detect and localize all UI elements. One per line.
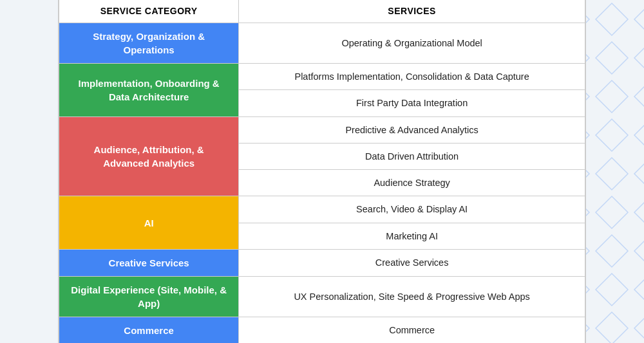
header-category: SERVICE CATEGORY: [59, 0, 239, 23]
service-cell: Platforms Implementation, Consolidation …: [239, 63, 585, 89]
category-cell: Implementation, Onboarding & Data Archit…: [59, 63, 239, 116]
services-table: SERVICE CATEGORY SERVICES Strategy, Orga…: [58, 0, 586, 343]
category-cell: Commerce: [59, 317, 239, 343]
service-cell: Predictive & Advanced Analytics: [239, 116, 585, 143]
category-cell: AI: [59, 196, 239, 250]
table-row: CommerceCommerce: [59, 317, 585, 343]
table-row: Digital Experience (Site, Mobile, & App)…: [59, 277, 585, 317]
table-row: Strategy, Organization & OperationsOpera…: [59, 23, 585, 63]
table-row: Audience, Attribution, & Advanced Analyt…: [59, 116, 585, 143]
service-cell: Data Driven Attribution: [239, 143, 585, 169]
service-cell: Audience Strategy: [239, 170, 585, 196]
service-cell: Creative Services: [239, 250, 585, 277]
service-cell: Search, Video & Display AI: [239, 196, 585, 223]
service-cell: First Party Data Integration: [239, 90, 585, 116]
category-cell: Audience, Attribution, & Advanced Analyt…: [59, 116, 239, 196]
category-cell: Strategy, Organization & Operations: [59, 23, 239, 63]
header-services: SERVICES: [239, 0, 585, 23]
table-row: Creative ServicesCreative Services: [59, 250, 585, 277]
table-row: Implementation, Onboarding & Data Archit…: [59, 63, 585, 89]
service-cell: Commerce: [239, 317, 585, 343]
service-cell: Operating & Organizational Model: [239, 23, 585, 63]
service-cell: Marketing AI: [239, 223, 585, 249]
category-cell: Creative Services: [59, 250, 239, 277]
service-cell: UX Personalization, Site Speed & Progres…: [239, 277, 585, 317]
category-cell: Digital Experience (Site, Mobile, & App): [59, 277, 239, 317]
table-row: AISearch, Video & Display AI: [59, 196, 585, 223]
